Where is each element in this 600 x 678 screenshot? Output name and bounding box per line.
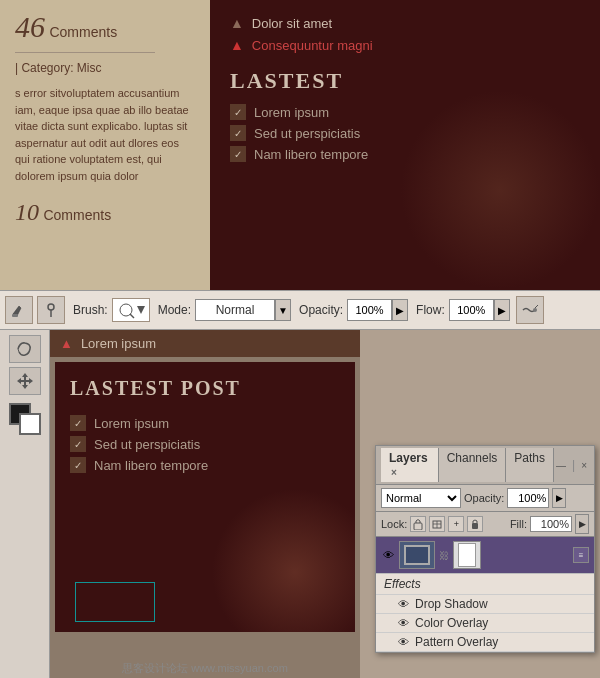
fill-value-box[interactable]: 100%	[530, 516, 572, 532]
layers-lock-row: Lock: + Fill: 100% ▶	[376, 512, 594, 537]
pattern-overlay-label: Pattern Overlay	[415, 635, 498, 649]
dark-content-block: LASTEST POST ✓ Lorem ipsum ✓ Sed ut pers…	[55, 362, 355, 632]
brush-size-selector[interactable]	[112, 298, 150, 322]
pattern-overlay-item[interactable]: 👁 Pattern Overlay	[376, 633, 594, 652]
layers-panel: Layers × Channels Paths — | × Normal	[375, 445, 595, 653]
flow-value-text: 100%	[457, 304, 485, 316]
opacity-value-box[interactable]: 100%	[347, 299, 392, 321]
body-text: s error sitvoluptatem accusantium iam, e…	[15, 85, 195, 184]
category-text: | Category: Misc	[15, 61, 195, 75]
fill-label: Fill:	[510, 518, 527, 530]
arrow-header-text: Lorem ipsum	[81, 336, 156, 351]
check-label-bottom-3: Nam libero tempore	[94, 458, 208, 473]
move-tool[interactable]	[9, 367, 41, 395]
opacity-value-text: 100%	[355, 304, 383, 316]
check-label-bottom-1: Lorem ipsum	[94, 416, 169, 431]
color-overlay-eye[interactable]: 👁	[396, 616, 410, 630]
arrow-header: ▲ Lorem ipsum	[50, 330, 360, 357]
opacity-text-layers: 100%	[518, 492, 546, 504]
svg-rect-13	[472, 523, 478, 529]
tab-channels-label: Channels	[447, 451, 498, 465]
bottom-section: Brush: Mode: Normal ▼ Opacity: 100% ▶ Fl…	[0, 290, 600, 678]
layer-chain-icon: ⛓	[439, 550, 449, 561]
layer-thumb-monitor	[404, 545, 430, 565]
cyan-outline-decoration	[75, 582, 155, 622]
fill-value-text: 100%	[541, 518, 569, 530]
opacity-value-layers[interactable]: 100%	[507, 488, 549, 508]
latest-post-heading: LASTEST POST	[70, 377, 340, 400]
section-heading-top: LASTEST	[230, 68, 580, 94]
check-item-bottom-2: ✓ Sed ut perspiciatis	[70, 436, 340, 452]
panel-close-btn[interactable]: ×	[579, 460, 589, 471]
mode-value-box[interactable]: Normal	[195, 299, 275, 321]
lock-image-btn[interactable]	[429, 516, 445, 532]
svg-marker-8	[17, 373, 33, 389]
arrow-header-icon: ▲	[60, 336, 73, 351]
check-icon-3: ✓	[230, 146, 246, 162]
mode-dropdown-arrow[interactable]: ▼	[275, 299, 291, 321]
brush-label: Brush:	[73, 303, 108, 317]
fill-arrow-btn[interactable]: ▶	[575, 514, 589, 534]
lock-position-btn[interactable]: +	[448, 516, 464, 532]
effects-row: Effects	[376, 574, 594, 595]
drop-shadow-item[interactable]: 👁 Drop Shadow	[376, 595, 594, 614]
layer-thumbnail	[399, 541, 435, 569]
check-item-bottom-3: ✓ Nam libero tempore	[70, 457, 340, 473]
drop-shadow-eye[interactable]: 👁	[396, 597, 410, 611]
svg-line-7	[18, 349, 19, 352]
panel-minimize-btn[interactable]: —	[554, 460, 568, 471]
background-color[interactable]	[19, 413, 41, 435]
airbrush-tool-btn[interactable]	[516, 296, 544, 324]
dolor-title-1: Dolor sit amet	[252, 16, 332, 31]
layer-row[interactable]: 👁 ⛓ ≡	[376, 537, 594, 574]
check-icon-2: ✓	[230, 125, 246, 141]
ps-toolbar: Brush: Mode: Normal ▼ Opacity: 100% ▶ Fl…	[0, 290, 600, 330]
comment-count-1: 46 Comments	[15, 10, 195, 44]
mode-value-text: Normal	[216, 303, 255, 317]
opacity-arrow-layers[interactable]: ▶	[552, 488, 566, 508]
comments-label-2: Comments	[43, 207, 111, 223]
lock-transparent-btn[interactable]	[410, 516, 426, 532]
tool-button-1[interactable]	[5, 296, 33, 324]
tab-layers-label: Layers	[389, 451, 428, 465]
divider-1	[15, 52, 155, 53]
check-label-top-3: Nam libero tempore	[254, 147, 368, 162]
right-panel: ▲ Dolor sit amet ▲ Consequuntur magni LA…	[210, 0, 600, 290]
flow-increase-btn[interactable]: ▶	[494, 299, 510, 321]
dolor-title-2: Consequuntur magni	[252, 38, 373, 53]
color-overlay-label: Color Overlay	[415, 616, 488, 630]
layer-visibility-eye[interactable]: 👁	[381, 548, 395, 562]
layer-mask-inner	[458, 543, 476, 567]
dolor-item-2: ▲ Consequuntur magni	[230, 37, 580, 53]
count-2: 10	[15, 199, 39, 225]
check-label-top-1: Lorem ipsum	[254, 105, 329, 120]
mode-label: Mode:	[158, 303, 191, 317]
comments-label-1: Comments	[49, 24, 117, 40]
opacity-label-layers: Opacity:	[464, 492, 504, 504]
layer-mode-select[interactable]: Normal	[381, 488, 461, 508]
arrow-icon-1: ▲	[230, 15, 244, 31]
tab-paths[interactable]: Paths	[506, 448, 554, 482]
svg-line-6	[535, 305, 538, 308]
flow-value-box[interactable]: 100%	[449, 299, 494, 321]
flow-label: Flow:	[416, 303, 445, 317]
lock-all-btn[interactable]	[467, 516, 483, 532]
pattern-overlay-eye[interactable]: 👁	[396, 635, 410, 649]
check-label-top-2: Sed ut perspiciatis	[254, 126, 360, 141]
check-icon-b1: ✓	[70, 415, 86, 431]
arrow-icon-2: ▲	[230, 37, 244, 53]
opacity-increase-btn[interactable]: ▶	[392, 299, 408, 321]
svg-rect-0	[12, 314, 18, 317]
layers-title-bar: Layers × Channels Paths — | ×	[376, 446, 594, 485]
color-swatch[interactable]	[9, 403, 41, 435]
lasso-tool[interactable]	[9, 335, 41, 363]
layer-options-btn[interactable]: ≡	[573, 547, 589, 563]
tool-button-2[interactable]	[37, 296, 65, 324]
svg-rect-9	[414, 523, 422, 530]
tab-layers[interactable]: Layers ×	[381, 448, 439, 482]
tab-channels[interactable]: Channels	[439, 448, 507, 482]
right-panel-bg	[400, 90, 600, 290]
left-panel: 46 Comments | Category: Misc s error sit…	[0, 0, 210, 290]
color-overlay-item[interactable]: 👁 Color Overlay	[376, 614, 594, 633]
tab-layers-close[interactable]: ×	[391, 467, 397, 478]
